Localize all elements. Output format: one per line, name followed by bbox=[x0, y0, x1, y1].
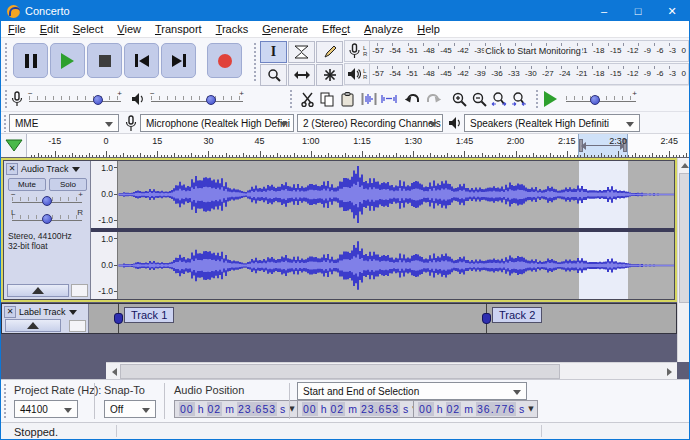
silence-audio-button[interactable] bbox=[379, 89, 399, 109]
selection-end-field[interactable]: 00h02m36.776s▼ bbox=[413, 400, 538, 418]
selection-tool-button[interactable]: I bbox=[260, 41, 287, 63]
toolbar-row-1: I LR -57-54-51-48-45-42-39-36-33-30-27-2… bbox=[1, 38, 689, 86]
timeline-options-button[interactable] bbox=[1, 134, 27, 157]
pan-slider[interactable]: L R bbox=[12, 212, 82, 224]
play-volume-slider[interactable]: − + bbox=[151, 93, 243, 105]
snap-to-select[interactable]: Off bbox=[104, 400, 156, 418]
paste-button[interactable] bbox=[337, 89, 357, 109]
menu-effect[interactable]: Effect bbox=[315, 22, 357, 36]
skip-to-start-button[interactable] bbox=[124, 43, 159, 78]
menu-edit[interactable]: Edit bbox=[33, 22, 66, 36]
stop-button[interactable] bbox=[87, 43, 122, 78]
label-track-area[interactable]: Track 1 Track 2 bbox=[89, 304, 676, 333]
timefield-menu-icon[interactable]: ▼ bbox=[289, 405, 294, 413]
edit-grabber[interactable] bbox=[289, 89, 294, 109]
track-title[interactable]: Label Track bbox=[19, 307, 66, 317]
close-button[interactable]: ✕ bbox=[655, 1, 689, 21]
mixer-grabber[interactable] bbox=[4, 89, 9, 109]
zoom-selection-button[interactable] bbox=[489, 89, 509, 109]
recording-meter[interactable]: LR -57-54-51-48-45-42-39-36-33-30-27-24-… bbox=[344, 40, 689, 62]
selection-start-field[interactable]: 00h02m23.653s▼ bbox=[297, 400, 422, 418]
play-speed-thumb[interactable] bbox=[590, 95, 600, 105]
label-marker-icon[interactable] bbox=[482, 313, 491, 324]
zoom-out-button[interactable] bbox=[469, 89, 489, 109]
tools-grabber[interactable] bbox=[253, 42, 258, 82]
label-marker-icon[interactable] bbox=[114, 313, 123, 324]
waveform-channel-1[interactable] bbox=[118, 161, 674, 228]
menu-transport[interactable]: Transport bbox=[148, 22, 209, 36]
timeshift-tool-button[interactable] bbox=[288, 64, 315, 86]
time-ruler[interactable]: -1501530451:001:151:301:452:002:152:302:… bbox=[27, 134, 689, 157]
zoom-fit-button[interactable] bbox=[509, 89, 529, 109]
scroll-right-arrow[interactable] bbox=[661, 363, 677, 380]
menu-view[interactable]: View bbox=[110, 22, 148, 36]
recording-channels-select[interactable]: 2 (Stereo) Recording Channels bbox=[297, 114, 443, 132]
play-at-speed-button[interactable] bbox=[544, 91, 557, 107]
close-track-button[interactable]: ✕ bbox=[4, 306, 16, 318]
vertical-ruler-ch2[interactable]: 1.0 0.0 -1.0 bbox=[91, 232, 118, 299]
recording-device-select[interactable]: Microphone (Realtek High Defini bbox=[140, 114, 294, 132]
cut-button[interactable] bbox=[297, 89, 317, 109]
trim-audio-button[interactable] bbox=[359, 89, 379, 109]
playback-device-select[interactable]: Speakers (Realtek High Definiti bbox=[464, 114, 640, 132]
vertical-scroll-thumb[interactable] bbox=[679, 173, 690, 303]
play-speed-grabber[interactable] bbox=[535, 89, 540, 109]
label-text[interactable]: Track 1 bbox=[124, 307, 174, 323]
pan-thumb[interactable] bbox=[42, 214, 52, 224]
track-menu-icon[interactable] bbox=[72, 167, 80, 172]
playback-meter[interactable]: LR -57-54-51-48-45-42-39-36-33-30-27-24-… bbox=[344, 63, 689, 85]
panel-resize-box[interactable] bbox=[69, 320, 86, 332]
maximize-button[interactable]: □ bbox=[621, 1, 655, 21]
project-rate-select[interactable]: 44100 bbox=[14, 400, 78, 418]
meter-db-value: -54 bbox=[389, 46, 401, 55]
meter-db-value: -21 bbox=[576, 69, 588, 78]
stop-icon bbox=[99, 55, 111, 67]
track-menu-icon[interactable] bbox=[69, 310, 77, 315]
minimize-button[interactable]: – bbox=[587, 1, 621, 21]
collapse-track-button[interactable] bbox=[5, 319, 61, 332]
gain-thumb[interactable] bbox=[42, 196, 52, 206]
menu-select[interactable]: Select bbox=[66, 22, 111, 36]
menu-analyze[interactable]: Analyze bbox=[357, 22, 410, 36]
record-volume-slider[interactable]: − + bbox=[29, 93, 121, 105]
skip-to-end-button[interactable] bbox=[161, 43, 196, 78]
pause-button[interactable] bbox=[13, 43, 48, 78]
envelope-tool-button[interactable] bbox=[288, 41, 315, 63]
scroll-up-arrow[interactable] bbox=[678, 158, 690, 172]
copy-button[interactable] bbox=[317, 89, 337, 109]
monitor-prompt[interactable]: Click to Start Monitoring bbox=[484, 46, 582, 56]
draw-tool-button[interactable] bbox=[316, 41, 343, 63]
selection-range-mode-select[interactable]: Start and End of Selection bbox=[297, 382, 527, 400]
audio-host-select[interactable]: MME bbox=[9, 114, 119, 132]
device-grabber[interactable] bbox=[3, 114, 8, 132]
gain-slider[interactable]: − + bbox=[12, 194, 82, 206]
vertical-scrollbar[interactable] bbox=[677, 158, 690, 379]
play-button[interactable] bbox=[50, 43, 85, 78]
undo-button[interactable] bbox=[403, 89, 423, 109]
horizontal-scrollbar[interactable] bbox=[106, 362, 677, 379]
menu-help[interactable]: Help bbox=[410, 22, 447, 36]
track-title[interactable]: Audio Track bbox=[21, 164, 69, 174]
horizontal-scroll-thumb[interactable] bbox=[120, 364, 560, 379]
selection-grabber[interactable] bbox=[3, 383, 8, 419]
play-volume-thumb[interactable] bbox=[206, 95, 216, 105]
label-text[interactable]: Track 2 bbox=[492, 307, 542, 323]
collapse-track-button[interactable] bbox=[7, 284, 69, 297]
transport-grabber[interactable] bbox=[4, 42, 9, 82]
timefield-menu-icon[interactable]: ▼ bbox=[528, 405, 533, 413]
close-track-button[interactable]: ✕ bbox=[6, 163, 18, 175]
menu-file[interactable]: File bbox=[1, 22, 33, 36]
redo-button[interactable] bbox=[423, 89, 443, 109]
menu-tracks[interactable]: Tracks bbox=[209, 22, 256, 36]
waveform-channel-2[interactable] bbox=[118, 232, 674, 299]
vertical-ruler-ch1[interactable]: 1.0 0.0 -1.0 bbox=[91, 161, 118, 228]
multi-tool-button[interactable] bbox=[316, 64, 343, 86]
record-volume-thumb[interactable] bbox=[93, 95, 103, 105]
zoom-tool-button[interactable] bbox=[260, 64, 287, 86]
play-speed-slider[interactable]: + bbox=[566, 93, 636, 105]
panel-resize-box[interactable] bbox=[71, 284, 88, 297]
menu-generate[interactable]: Generate bbox=[255, 22, 315, 36]
audio-position-field[interactable]: 00h02m23.653s▼ bbox=[174, 400, 299, 418]
record-button[interactable] bbox=[207, 43, 242, 78]
zoom-in-button[interactable] bbox=[449, 89, 469, 109]
